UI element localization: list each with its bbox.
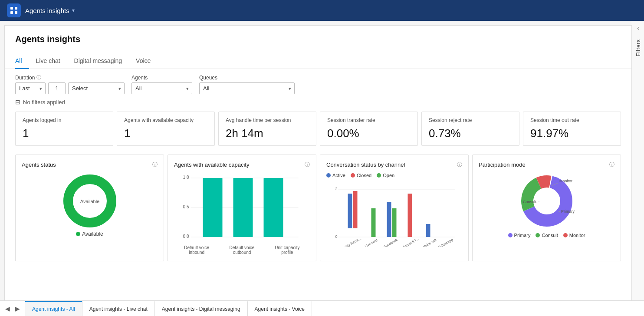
main-wrapper: Agents insights All Live chat Digital me… xyxy=(0,21,644,316)
duration-unit-wrapper: Select Days Weeks Months xyxy=(68,82,125,94)
right-sidebar[interactable]: ‹ Filters xyxy=(632,21,644,316)
svg-text:Entity Recor...: Entity Recor... xyxy=(341,236,362,247)
kpi-label-0: Agents logged in xyxy=(23,117,106,123)
agents-capacity-title: Agents with available capacity ⓘ xyxy=(174,161,310,168)
participation-mode-chart: Participation mode ⓘ xyxy=(472,155,621,261)
svg-text:2: 2 xyxy=(335,187,337,191)
svg-text:Facebook: Facebook xyxy=(383,238,399,247)
bar-label-2: Unit capacityprofile xyxy=(265,245,310,255)
page-header: Agents insights xyxy=(5,26,631,49)
svg-rect-22 xyxy=(371,208,376,237)
no-filters-bar: ⊟ No filters applied xyxy=(5,98,631,110)
svg-text:0.0: 0.0 xyxy=(183,234,189,239)
participation-donut-wrapper: Monitor Consult Primary xyxy=(514,173,579,229)
agents-status-donut-container: Available Available xyxy=(22,173,158,237)
tab-live-chat[interactable]: Live chat xyxy=(29,54,67,69)
bar-chart-labels: Default voiceinbound Default voiceoutbou… xyxy=(174,245,310,255)
part-legend-monitor: Monitor xyxy=(563,233,585,238)
tab-all[interactable]: All xyxy=(15,54,29,69)
kpi-value-5: 91.97% xyxy=(530,127,614,140)
svg-rect-0 xyxy=(10,7,13,10)
filters-row: Duration ⓘ Last This Select Days xyxy=(5,69,631,98)
svg-rect-15 xyxy=(264,178,283,237)
tab-digital-messaging[interactable]: Digital messaging xyxy=(67,54,129,69)
kpi-card-3: Session transfer rate 0.00% xyxy=(320,112,418,146)
bottom-tab-digital-messaging[interactable]: Agent insights - Digital messaging xyxy=(155,301,248,316)
charts-row: Agents status ⓘ Available Available xyxy=(5,153,631,272)
content-area: Agents insights All Live chat Digital me… xyxy=(4,25,632,316)
bar-label-1: Default voiceoutbound xyxy=(219,245,264,255)
duration-info-icon: ⓘ xyxy=(36,74,41,81)
bottom-nav-controls: ◀ ▶ xyxy=(3,303,22,314)
agents-label: Agents xyxy=(131,75,192,81)
svg-text:Voice call: Voice call xyxy=(422,238,437,247)
svg-rect-3 xyxy=(15,11,17,14)
app-icon xyxy=(7,3,21,17)
svg-rect-26 xyxy=(426,224,430,237)
svg-rect-24 xyxy=(392,208,397,237)
topbar: Agents insights ▾ xyxy=(0,0,644,21)
bottom-tab-voice[interactable]: Agent insights - Voice xyxy=(248,301,312,316)
filters-sidebar-label: Filters xyxy=(635,39,641,56)
svg-text:0.5: 0.5 xyxy=(183,204,189,209)
svg-text:1.0: 1.0 xyxy=(183,175,189,180)
agents-status-info-icon[interactable]: ⓘ xyxy=(152,161,158,168)
participation-legend: Primary Consult Monitor xyxy=(508,233,585,238)
agents-capacity-info-icon[interactable]: ⓘ xyxy=(305,161,310,168)
kpi-value-1: 1 xyxy=(124,127,207,140)
svg-point-36 xyxy=(534,188,560,214)
kpi-label-5: Session time out rate xyxy=(530,117,614,123)
queues-select[interactable]: All xyxy=(199,82,295,94)
svg-text:Microsoft T...: Microsoft T... xyxy=(401,237,420,247)
duration-preset-select[interactable]: Last This xyxy=(15,82,46,94)
bottom-nav-left-btn[interactable]: ◀ xyxy=(3,303,12,314)
kpi-value-3: 0.00% xyxy=(327,127,411,140)
svg-rect-25 xyxy=(408,194,412,237)
svg-text:Available: Available xyxy=(80,199,99,204)
conv-legend-active: Active xyxy=(326,173,345,178)
kpi-card-0: Agents logged in 1 xyxy=(15,112,113,146)
agents-select-wrapper: All xyxy=(131,82,192,94)
queues-select-wrapper: All xyxy=(199,82,295,94)
tabs-container: All Live chat Digital messaging Voice xyxy=(5,49,631,69)
svg-rect-20 xyxy=(348,194,352,228)
part-legend-consult: Consult xyxy=(536,233,558,238)
app-title[interactable]: Agents insights ▾ xyxy=(25,7,75,14)
bottom-tab-all[interactable]: Agent insights - All xyxy=(25,301,82,316)
duration-inputs: Last This Select Days Weeks Months xyxy=(15,82,125,94)
svg-rect-23 xyxy=(387,202,391,237)
kpi-value-2: 2h 14m xyxy=(226,127,309,140)
svg-rect-13 xyxy=(203,178,223,237)
svg-rect-2 xyxy=(10,11,13,14)
available-dot xyxy=(76,232,80,236)
agents-filter-group: Agents All xyxy=(131,75,192,94)
svg-text:Consult: Consult xyxy=(523,200,536,204)
tab-voice[interactable]: Voice xyxy=(129,54,158,69)
conversation-status-info-icon[interactable]: ⓘ xyxy=(457,161,462,168)
conv-legend: Active Closed Open xyxy=(326,173,462,178)
agents-select[interactable]: All xyxy=(131,82,192,94)
duration-filter-group: Duration ⓘ Last This Select Days xyxy=(15,74,125,94)
svg-rect-1 xyxy=(15,7,17,10)
kpi-label-3: Session transfer rate xyxy=(327,117,411,123)
duration-number-input[interactable] xyxy=(48,82,66,94)
bottom-nav-right-btn[interactable]: ▶ xyxy=(13,303,22,314)
duration-unit-select[interactable]: Select Days Weeks Months xyxy=(68,82,125,94)
agents-status-title: Agents status ⓘ xyxy=(22,161,158,168)
conv-legend-closed: Closed xyxy=(351,173,371,178)
kpi-card-2: Avg handle time per session 2h 14m xyxy=(218,112,316,146)
kpi-card-1: Agents with available capacity 1 xyxy=(117,112,215,146)
collapse-arrow-icon: ‹ xyxy=(637,24,639,31)
kpi-row: Agents logged in 1 Agents with available… xyxy=(5,110,631,153)
bar-label-0: Default voiceinbound xyxy=(174,245,219,255)
duration-label: Duration ⓘ xyxy=(15,74,125,81)
queues-filter-group: Queues All xyxy=(199,75,295,94)
svg-text:0: 0 xyxy=(335,234,337,239)
kpi-label-2: Avg handle time per session xyxy=(226,117,309,123)
duration-preset-wrapper: Last This xyxy=(15,82,46,94)
participation-mode-info-icon[interactable]: ⓘ xyxy=(609,161,614,168)
participation-mode-title: Participation mode ⓘ xyxy=(479,161,614,168)
bottom-tab-live-chat[interactable]: Agent insights - Live chat xyxy=(82,301,155,316)
bottom-tabs-bar: ◀ ▶ Agent insights - All Agent insights … xyxy=(0,300,644,316)
agents-status-donut-svg: Available xyxy=(62,173,118,229)
